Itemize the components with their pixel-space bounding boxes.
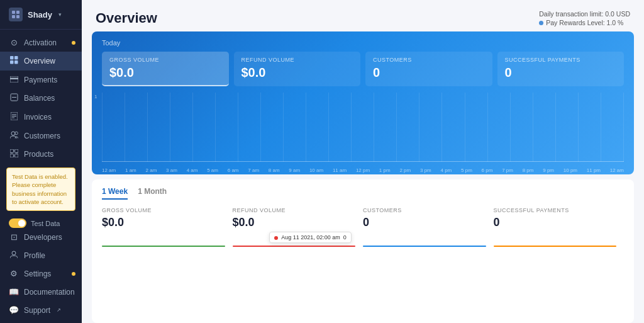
sidebar-item-products[interactable]: Products bbox=[0, 145, 82, 164]
overview-icon bbox=[9, 56, 19, 66]
today-label: Today bbox=[102, 39, 624, 47]
bottom-metric-gross-volume: GROSS VOLUME $0.0 bbox=[102, 207, 233, 252]
x-label: 8 am bbox=[269, 167, 280, 173]
x-label: 10 am bbox=[309, 167, 323, 173]
sidebar-label-products: Products bbox=[24, 150, 53, 159]
vline bbox=[487, 93, 488, 162]
sidebar-label-support: Support bbox=[24, 306, 50, 315]
vline bbox=[215, 93, 216, 162]
support-icon: 💬 bbox=[9, 305, 19, 315]
vline bbox=[147, 93, 148, 162]
svg-rect-9 bbox=[10, 78, 18, 80]
x-label: 12 am bbox=[610, 167, 624, 173]
x-label: 4 am bbox=[187, 167, 198, 173]
bottom-gross-volume-label: GROSS VOLUME bbox=[102, 207, 225, 213]
svg-rect-20 bbox=[10, 154, 14, 158]
sidebar-logo bbox=[9, 8, 23, 21]
documentation-icon: 📖 bbox=[9, 287, 19, 297]
sidebar-label-profile: Profile bbox=[24, 251, 45, 260]
bottom-metric-refund-volume: REFUND VOLUME $0.0 Aug 11 2021, 02:00 am… bbox=[233, 207, 364, 252]
tile-refund-volume[interactable]: REFUND VOLUME $0.0 bbox=[234, 52, 361, 86]
sidebar-label-developers: Developers bbox=[24, 233, 62, 242]
sidebar-item-customers[interactable]: Customers bbox=[0, 127, 82, 145]
x-label: 2 pm bbox=[399, 167, 411, 173]
sidebar-item-support[interactable]: 💬 Support ↗ bbox=[0, 301, 82, 319]
sparkline-customers bbox=[363, 234, 486, 252]
svg-rect-19 bbox=[14, 149, 18, 153]
external-link-icon: ↗ bbox=[81, 289, 82, 295]
svg-rect-21 bbox=[14, 154, 18, 158]
sidebar-label-balances: Balances bbox=[24, 94, 55, 103]
brand-chevron: ▾ bbox=[58, 11, 62, 18]
sidebar-label-activation: Activation bbox=[24, 38, 57, 47]
sidebar-warning: Test Data is enabled. Please complete bu… bbox=[6, 167, 75, 211]
sidebar-header[interactable]: Shady ▾ bbox=[0, 0, 82, 30]
chart-vlines bbox=[102, 93, 624, 162]
tab-row: 1 Week 1 Month bbox=[102, 187, 624, 200]
test-data-label: Test Data bbox=[31, 220, 60, 227]
tile-customers[interactable]: CUSTOMERS 0 bbox=[365, 52, 492, 86]
x-label: 6 pm bbox=[482, 167, 493, 173]
tile-customers-value: 0 bbox=[373, 65, 485, 80]
tile-gross-volume-label: GROSS VOLUME bbox=[109, 57, 221, 63]
sidebar-item-payments[interactable]: Payments bbox=[0, 71, 82, 89]
sidebar-item-profile[interactable]: Profile bbox=[0, 246, 82, 264]
tile-successful-payments-label: SUCCESSFUL PAYMENTS bbox=[505, 57, 617, 63]
sidebar-item-overview[interactable]: Overview bbox=[0, 52, 82, 71]
chart-x-labels: 12 am 1 am 2 am 3 am 4 am 5 am 6 am 7 am… bbox=[102, 167, 624, 173]
tile-refund-volume-label: REFUND VOLUME bbox=[242, 57, 353, 63]
sparkline-successful-payments bbox=[494, 234, 617, 252]
svg-rect-2 bbox=[12, 15, 15, 18]
tab-1-week[interactable]: 1 Week bbox=[102, 187, 128, 200]
products-icon bbox=[9, 149, 19, 159]
rewards-label: Pay Rewards Level: 1.0 % bbox=[546, 19, 623, 26]
svg-rect-0 bbox=[12, 11, 15, 14]
svg-rect-1 bbox=[16, 11, 19, 14]
tooltip-text: Aug 11 2021, 02:00 am bbox=[281, 234, 340, 241]
invoices-icon bbox=[9, 112, 19, 122]
tab-1-month[interactable]: 1 Month bbox=[138, 187, 167, 200]
main-header: Overview Daily transaction limit: 0.0 US… bbox=[82, 0, 644, 31]
developers-icon: ⊡ bbox=[9, 232, 19, 242]
test-data-toggle-row[interactable]: Test Data bbox=[0, 215, 82, 228]
x-label: 7 am bbox=[248, 167, 259, 173]
test-data-toggle[interactable] bbox=[9, 218, 26, 228]
x-label: 9 am bbox=[289, 167, 300, 173]
activation-dot bbox=[72, 41, 75, 45]
svg-rect-18 bbox=[10, 149, 14, 153]
x-label: 12 pm bbox=[356, 167, 370, 173]
x-label: 9 pm bbox=[543, 167, 554, 173]
sidebar-item-documentation[interactable]: 📖 Documentation ↗ bbox=[0, 283, 82, 301]
sparkline-line-orange bbox=[494, 246, 617, 247]
tile-successful-payments[interactable]: SUCCESSFUL PAYMENTS 0 bbox=[497, 52, 625, 86]
vline bbox=[102, 93, 103, 162]
sparkline-line-blue bbox=[363, 246, 486, 247]
x-label: 8 pm bbox=[523, 167, 534, 173]
tile-refund-volume-value: $0.0 bbox=[242, 65, 353, 80]
balances-icon bbox=[9, 93, 19, 103]
sidebar-item-developers[interactable]: ⊡ Developers bbox=[0, 228, 82, 246]
sidebar-item-settings[interactable]: ⚙ Settings bbox=[0, 264, 82, 283]
metric-tiles: GROSS VOLUME $0.0 REFUND VOLUME $0.0 CUS… bbox=[102, 52, 624, 86]
tooltip-bubble: Aug 11 2021, 02:00 am 0 bbox=[269, 232, 352, 243]
page-title: Overview bbox=[96, 10, 157, 26]
x-label: 10 pm bbox=[564, 167, 577, 173]
x-label: 2 am bbox=[146, 167, 157, 173]
sidebar-item-balances[interactable]: Balances bbox=[0, 89, 82, 108]
bottom-customers-label: CUSTOMERS bbox=[363, 207, 486, 213]
tile-gross-volume-value: $0.0 bbox=[109, 65, 221, 80]
sidebar-label-customers: Customers bbox=[24, 132, 60, 140]
sidebar-item-activation[interactable]: ⊙ Activation bbox=[0, 33, 82, 52]
bottom-metric-successful-payments: SUCCESSFUL PAYMENTS 0 bbox=[494, 207, 625, 252]
y-label-1: 1 bbox=[94, 94, 97, 99]
bottom-gross-volume-value: $0.0 bbox=[102, 216, 225, 229]
vline bbox=[192, 93, 193, 162]
toggle-knob bbox=[18, 220, 25, 227]
vline bbox=[306, 93, 306, 162]
tile-gross-volume[interactable]: GROSS VOLUME $0.0 bbox=[102, 52, 229, 86]
vline bbox=[170, 93, 170, 162]
vline bbox=[465, 93, 465, 162]
sidebar-item-invoices[interactable]: Invoices bbox=[0, 108, 82, 127]
brand-name: Shady bbox=[28, 10, 52, 20]
sparkline-line-green bbox=[102, 246, 225, 247]
